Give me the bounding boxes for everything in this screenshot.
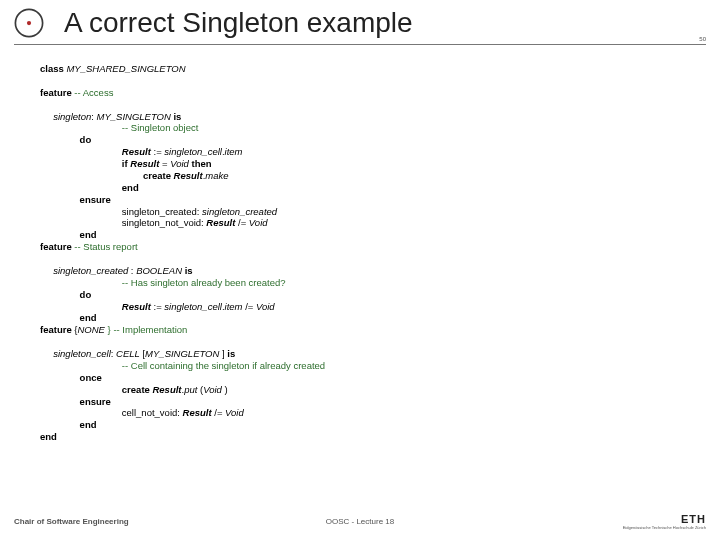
- eth-wordmark: ETH: [623, 514, 706, 525]
- code-body: class MY_SHARED_SINGLETON feature -- Acc…: [0, 45, 720, 443]
- header: A correct Singleton example: [0, 0, 720, 40]
- eth-logo: ETH Eidgenössische Technische Hochschule…: [623, 514, 706, 530]
- slide: A correct Singleton example 50 class MY_…: [0, 0, 720, 540]
- footer-center: OOSC - Lecture 18: [0, 517, 720, 526]
- ring-dot-icon: [12, 6, 46, 40]
- slide-title: A correct Singleton example: [64, 7, 413, 39]
- eth-subtitle: Eidgenössische Technische Hochschule Zür…: [623, 526, 706, 530]
- code-block: class MY_SHARED_SINGLETON feature -- Acc…: [40, 63, 706, 443]
- page-number: 50: [699, 36, 706, 42]
- svg-point-1: [27, 21, 31, 25]
